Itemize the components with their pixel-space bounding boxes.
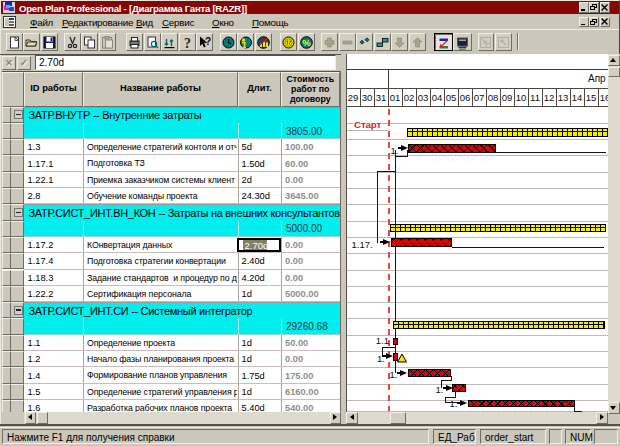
svg-text:?: ? <box>184 36 191 49</box>
svg-text:?: ? <box>205 36 211 47</box>
svg-text:%: % <box>302 37 311 48</box>
